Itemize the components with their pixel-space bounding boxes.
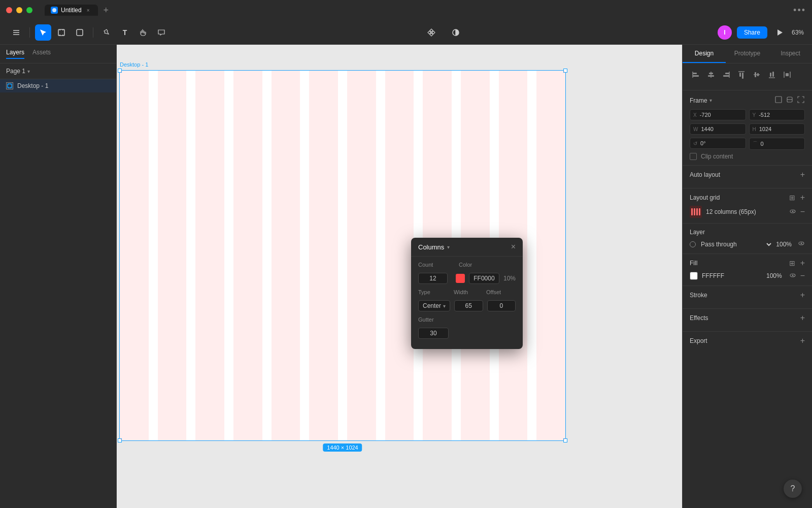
hand-tool-button[interactable] bbox=[135, 24, 151, 41]
main-menu-button[interactable] bbox=[8, 24, 24, 41]
tab-figma-icon bbox=[51, 7, 58, 14]
layout-grid-options-button[interactable]: ⊞ bbox=[789, 194, 795, 202]
page-selector[interactable]: Page 1 ▾ bbox=[0, 64, 116, 79]
fill-remove-button[interactable]: − bbox=[800, 271, 805, 280]
clip-content-row: Clip content bbox=[690, 153, 805, 160]
components-button[interactable] bbox=[423, 24, 439, 41]
select-tool-button[interactable] bbox=[35, 24, 51, 41]
clip-content-checkbox[interactable] bbox=[690, 153, 697, 160]
shape-tool-button[interactable] bbox=[72, 24, 88, 41]
align-center-h-button[interactable] bbox=[705, 69, 717, 81]
grid-line-2 bbox=[694, 208, 695, 215]
h-field: H 1024 bbox=[749, 123, 805, 135]
distribute-h-button[interactable] bbox=[781, 69, 793, 81]
fill-options-button[interactable]: ⊞ bbox=[789, 259, 795, 267]
col-3 bbox=[195, 71, 224, 440]
align-right-button[interactable] bbox=[720, 69, 732, 81]
width-input[interactable]: 65 bbox=[454, 300, 483, 311]
tab-prototype[interactable]: Prototype bbox=[726, 45, 769, 63]
auto-layout-add-button[interactable]: + bbox=[800, 171, 805, 179]
offset-label: Offset bbox=[486, 289, 506, 295]
stroke-add-button[interactable]: + bbox=[800, 291, 805, 299]
popup-body: Count Color 12 FF0000 10% Type Width Off… bbox=[411, 257, 523, 349]
rotation-icon: ↺ bbox=[693, 141, 697, 146]
svg-rect-6 bbox=[77, 29, 83, 36]
present-button[interactable] bbox=[772, 25, 787, 40]
layer-item-desktop[interactable]: Desktop - 1 bbox=[0, 79, 116, 92]
tab-design[interactable]: Design bbox=[683, 45, 726, 63]
stroke-section: Stroke + bbox=[683, 286, 812, 309]
effects-add-button[interactable]: + bbox=[800, 314, 805, 322]
h-input[interactable]: H 1024 bbox=[749, 123, 805, 135]
gutter-input[interactable]: 30 bbox=[418, 328, 449, 339]
type-selector[interactable]: Center ▾ bbox=[418, 300, 450, 311]
layer-section-title: Layer bbox=[690, 229, 805, 236]
x-input[interactable]: X -720 bbox=[690, 109, 746, 120]
fill-add-button[interactable]: + bbox=[800, 259, 805, 267]
close-window-button[interactable] bbox=[6, 7, 12, 13]
tab-inspect[interactable]: Inspect bbox=[769, 45, 812, 63]
traffic-lights bbox=[6, 7, 32, 13]
sidebar-tab-group: Layers Assets bbox=[0, 45, 116, 64]
export-add-button[interactable]: + bbox=[800, 337, 805, 345]
layer-visibility-button[interactable] bbox=[798, 240, 805, 248]
fill-color-swatch[interactable] bbox=[690, 272, 698, 280]
maximize-window-button[interactable] bbox=[26, 7, 32, 13]
layer-blend-section: Layer Pass through 100% bbox=[683, 224, 812, 254]
offset-input[interactable]: 0 bbox=[487, 300, 516, 311]
align-left-button[interactable] bbox=[690, 69, 702, 81]
comment-tool-button[interactable] bbox=[153, 24, 170, 41]
export-section: Export + bbox=[683, 332, 812, 354]
fullscreen-icon[interactable] bbox=[797, 96, 805, 105]
blend-mode-select[interactable]: Pass through bbox=[699, 240, 773, 248]
minimize-window-button[interactable] bbox=[16, 7, 22, 13]
grid-remove-button[interactable]: − bbox=[800, 207, 805, 216]
main-area: Layers Assets Page 1 ▾ Desktop - 1 Deskt… bbox=[0, 45, 812, 508]
toolbar-right: I Share 63% bbox=[718, 25, 804, 40]
svg-point-0 bbox=[52, 8, 56, 12]
alignment-section bbox=[683, 64, 812, 90]
zoom-level[interactable]: 63% bbox=[792, 29, 804, 36]
color-hex-input[interactable]: FF0000 bbox=[469, 273, 499, 284]
tab-untitled[interactable]: Untitled × bbox=[45, 5, 98, 16]
canvas-area[interactable]: Desktop - 1 bbox=[117, 45, 682, 508]
type-label: Type bbox=[418, 289, 438, 295]
fill-visibility-button[interactable] bbox=[789, 272, 796, 280]
rotation-input[interactable]: ↺ 0° bbox=[690, 138, 746, 149]
count-input[interactable]: 12 bbox=[418, 273, 448, 284]
align-center-v-button[interactable] bbox=[751, 69, 763, 81]
frame-type-icon[interactable] bbox=[774, 96, 783, 105]
pen-tool-button[interactable] bbox=[98, 24, 115, 41]
align-top-button[interactable] bbox=[735, 69, 748, 81]
svg-point-42 bbox=[792, 274, 793, 276]
auto-layout-header: Auto layout + bbox=[690, 171, 805, 179]
frame-chevron-icon: ▾ bbox=[709, 98, 712, 103]
grid-columns-icon[interactable] bbox=[690, 206, 702, 218]
frame-section-header: Frame ▾ bbox=[690, 96, 805, 105]
text-tool-button[interactable]: T bbox=[117, 24, 133, 41]
tab-close-button[interactable]: × bbox=[85, 7, 92, 14]
help-button[interactable]: ? bbox=[784, 480, 802, 498]
sidebar-tab-assets[interactable]: Assets bbox=[32, 49, 51, 59]
frame-title: Frame ▾ bbox=[690, 97, 712, 104]
w-input[interactable]: W 1440 bbox=[690, 123, 746, 135]
gutter-label-row: Gutter bbox=[418, 316, 516, 323]
grid-visibility-button[interactable] bbox=[789, 208, 796, 216]
svg-rect-20 bbox=[725, 73, 729, 74]
clip-content-icon[interactable] bbox=[786, 96, 794, 105]
col-12 bbox=[536, 71, 565, 440]
more-options-button[interactable]: ••• bbox=[793, 5, 806, 16]
new-tab-button[interactable]: + bbox=[100, 4, 112, 16]
frame-tool-button[interactable] bbox=[53, 24, 70, 41]
popup-chevron-icon: ▾ bbox=[447, 244, 450, 250]
layout-grid-add-button[interactable]: + bbox=[800, 194, 805, 202]
align-bottom-button[interactable] bbox=[766, 69, 778, 81]
popup-close-button[interactable]: × bbox=[511, 243, 516, 251]
y-input[interactable]: Y -512 bbox=[749, 109, 805, 120]
theme-button[interactable] bbox=[448, 24, 464, 41]
col-2 bbox=[158, 71, 187, 440]
color-swatch[interactable] bbox=[456, 274, 465, 283]
share-button[interactable]: Share bbox=[737, 26, 767, 39]
sidebar-tab-layers[interactable]: Layers bbox=[6, 49, 24, 59]
corner-input[interactable]: ⌒ 0 bbox=[749, 138, 805, 150]
